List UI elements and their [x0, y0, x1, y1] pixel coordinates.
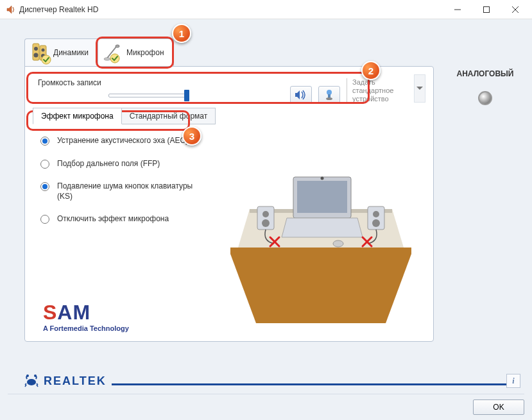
- callout-1: 1: [172, 24, 191, 43]
- effects-list: Устранение акустического эха (AEC) Подбо…: [40, 136, 207, 224]
- window-controls: [443, 0, 529, 19]
- svg-point-7: [34, 53, 39, 58]
- svg-point-12: [116, 45, 119, 47]
- speakers-icon: [30, 42, 49, 63]
- effect-disable[interactable]: Отключить эффект микрофона: [40, 214, 207, 224]
- illustration: [218, 158, 424, 324]
- minimize-button[interactable]: [443, 0, 472, 19]
- svg-point-6: [34, 47, 38, 51]
- device-tabs: Динамики Микрофон: [24, 38, 174, 67]
- effect-aec[interactable]: Устранение акустического эха (AEC): [40, 136, 207, 146]
- realtek-logo: REALTEK: [24, 374, 520, 388]
- radio-icon[interactable]: [40, 137, 49, 146]
- svg-point-17: [326, 97, 332, 100]
- sidebar-title: АНАЛОГОВЫЙ: [450, 69, 520, 78]
- sam-logo: SAM A Fortemedia Technology: [43, 301, 129, 332]
- window-title: Диспетчер Realtek HD: [19, 5, 98, 14]
- effect-ffp[interactable]: Подбор дальнего поля (FFP): [40, 159, 207, 169]
- check-badge-icon: [110, 53, 120, 63]
- close-button[interactable]: [501, 0, 529, 19]
- volume-thumb[interactable]: [184, 90, 189, 101]
- effect-label: Подавление шума кнопок клавиатуры (KS): [57, 181, 207, 201]
- realtek-crab-icon: [24, 374, 39, 388]
- effect-label: Отключить эффект микрофона: [57, 214, 169, 224]
- volume-label: Громкость записи: [38, 78, 277, 87]
- subtab-format[interactable]: Стандартный формат: [121, 108, 216, 124]
- client-area: Динамики Микрофон Гр: [0, 19, 532, 420]
- settings-panel: Громкость записи За: [24, 66, 434, 342]
- effect-label: Устранение акустического эха (AEC): [57, 136, 188, 146]
- check-badge-icon: [41, 55, 51, 65]
- svg-marker-24: [282, 218, 363, 237]
- svg-point-30: [373, 211, 379, 217]
- tab-speakers-label: Динамики: [53, 48, 89, 57]
- svg-point-39: [34, 374, 37, 377]
- volume-slider[interactable]: [108, 94, 187, 97]
- effect-label: Подбор дальнего поля (FFP): [57, 159, 160, 169]
- tab-microphone-label: Микрофон: [126, 48, 164, 57]
- svg-point-8: [42, 49, 45, 52]
- svg-point-27: [262, 211, 269, 217]
- microphone-icon: [103, 44, 123, 61]
- tab-speakers[interactable]: Динамики: [24, 38, 98, 67]
- radio-icon[interactable]: [40, 182, 49, 191]
- ok-button[interactable]: OK: [473, 399, 524, 415]
- mic-boost-button[interactable]: [318, 86, 340, 104]
- jack-indicator[interactable]: [478, 91, 492, 105]
- info-button[interactable]: i: [506, 374, 520, 388]
- titlebar: Диспетчер Realtek HD: [0, 0, 532, 19]
- volume-area: Громкость записи: [33, 74, 284, 104]
- radio-icon[interactable]: [40, 160, 49, 169]
- svg-point-37: [27, 379, 36, 385]
- svg-point-31: [372, 219, 380, 227]
- svg-point-32: [333, 240, 343, 247]
- default-device-label: Задать стандартное устройство: [352, 78, 408, 104]
- volume-row: Громкость записи За: [33, 74, 425, 104]
- button-bar: OK: [8, 394, 524, 415]
- svg-rect-23: [297, 181, 347, 213]
- default-device-button[interactable]: Задать стандартное устройство: [347, 78, 408, 104]
- connector-sidebar: АНАЛОГОВЫЙ: [450, 69, 520, 105]
- svg-marker-19: [230, 248, 411, 323]
- radio-icon[interactable]: [40, 215, 49, 224]
- tab-microphone[interactable]: Микрофон: [98, 38, 173, 67]
- footer: REALTEK: [24, 374, 520, 388]
- svg-point-28: [262, 219, 270, 227]
- app-icon: [5, 4, 15, 15]
- mute-button[interactable]: [290, 86, 312, 104]
- effect-subtabs: Эффект микрофона Стандартный формат: [33, 108, 425, 124]
- subtab-effect[interactable]: Эффект микрофона: [33, 108, 122, 124]
- svg-rect-1: [483, 6, 489, 12]
- effect-ks[interactable]: Подавление шума кнопок клавиатуры (KS): [40, 181, 207, 201]
- realtek-text: REALTEK: [44, 374, 107, 388]
- svg-point-38: [26, 374, 29, 377]
- maximize-button[interactable]: [472, 0, 501, 19]
- default-device-dropdown[interactable]: [414, 74, 425, 103]
- svg-rect-4: [33, 44, 39, 60]
- svg-point-15: [327, 90, 332, 95]
- svg-point-25: [321, 177, 324, 180]
